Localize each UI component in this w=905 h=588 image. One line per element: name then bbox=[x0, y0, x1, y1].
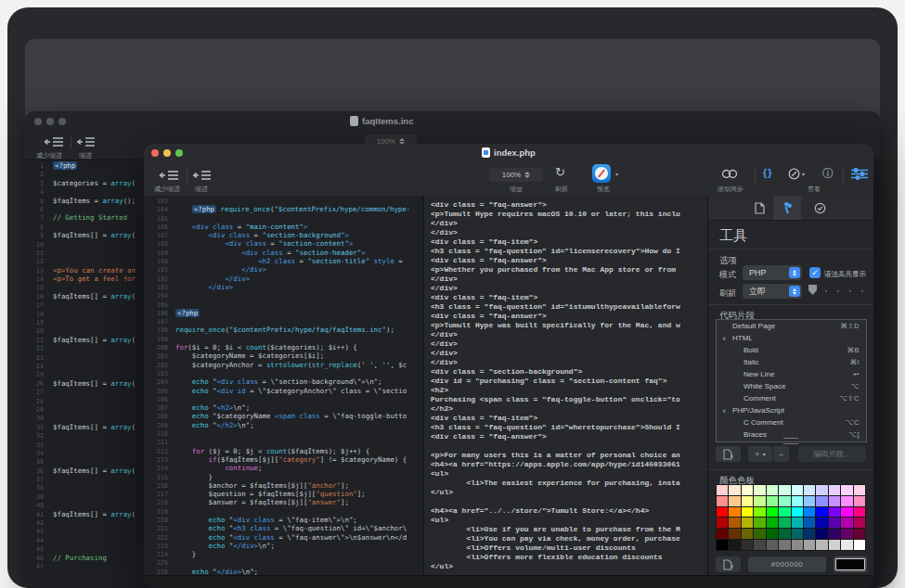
snippet-row[interactable]: Bold⌘B bbox=[717, 344, 866, 356]
palette-swatch[interactable] bbox=[816, 485, 827, 495]
palette-swatch[interactable] bbox=[767, 518, 778, 528]
compass-dropdown-caret[interactable]: ▾ bbox=[802, 171, 805, 177]
palette-swatch[interactable] bbox=[717, 518, 728, 528]
zoom-stepper[interactable]: 100% bbox=[489, 168, 543, 182]
zoom-button[interactable] bbox=[58, 118, 66, 125]
palette-swatch[interactable] bbox=[854, 518, 865, 528]
palette-swatch[interactable] bbox=[754, 529, 765, 539]
syntax-highlight-checkbox[interactable]: ✓ bbox=[809, 267, 821, 278]
index-window[interactable]: index.php 减少缩进 缩进 100% 缩放 ↻ 刷新 ▾ 预览 滚动同步… bbox=[144, 144, 873, 588]
code-editor-index[interactable]: 183 184 <?php require_once("$contentPref… bbox=[144, 196, 424, 577]
palette-swatch[interactable] bbox=[754, 496, 765, 506]
palette-swatch[interactable] bbox=[754, 540, 765, 550]
palette-swatch[interactable] bbox=[816, 507, 827, 518]
tab-tools[interactable] bbox=[773, 196, 801, 220]
snippet-row[interactable]: New Line↩ bbox=[717, 368, 866, 380]
palette-swatch[interactable] bbox=[767, 529, 778, 539]
palette-swatch[interactable] bbox=[792, 518, 803, 528]
palette-swatch[interactable] bbox=[729, 518, 740, 528]
preview-dropdown-caret[interactable]: ▾ bbox=[615, 171, 618, 177]
inspector-toggle-icon[interactable] bbox=[851, 168, 868, 180]
window-controls[interactable] bbox=[34, 118, 66, 125]
palette-swatch[interactable] bbox=[792, 529, 803, 539]
info-icon[interactable]: ⓘ bbox=[822, 166, 834, 182]
palette-swatch[interactable] bbox=[829, 518, 840, 528]
palette-swatch[interactable] bbox=[792, 507, 803, 518]
snippet-row[interactable]: White Space⌥ bbox=[717, 380, 866, 392]
palette-swatch[interactable] bbox=[816, 518, 827, 528]
palette-swatch[interactable] bbox=[779, 496, 790, 506]
color-palette-grid[interactable] bbox=[716, 484, 866, 551]
palette-swatch[interactable] bbox=[742, 507, 753, 518]
palette-swatch[interactable] bbox=[767, 485, 778, 495]
palette-swatch[interactable] bbox=[767, 496, 778, 506]
palette-swatch[interactable] bbox=[804, 507, 815, 518]
snippet-row[interactable]: Italic⌘I bbox=[717, 356, 866, 368]
palette-swatch[interactable] bbox=[754, 485, 765, 495]
palette-swatch[interactable] bbox=[804, 540, 815, 550]
list-resize-handle[interactable] bbox=[783, 438, 798, 444]
palette-swatch[interactable] bbox=[779, 529, 790, 539]
refresh-delay-slider[interactable] bbox=[808, 285, 817, 295]
color-well[interactable] bbox=[834, 556, 867, 572]
tab-files[interactable] bbox=[745, 196, 773, 220]
disclosure-chevron-icon[interactable]: ∨ bbox=[722, 333, 726, 345]
palette-swatch[interactable] bbox=[841, 496, 852, 506]
remove-snippet-button[interactable]: − bbox=[773, 446, 789, 462]
palette-swatch[interactable] bbox=[816, 496, 827, 506]
palette-swatch[interactable] bbox=[754, 518, 765, 528]
palette-swatch[interactable] bbox=[792, 540, 803, 550]
palette-swatch[interactable] bbox=[804, 518, 815, 528]
palette-swatch[interactable] bbox=[841, 518, 852, 528]
palette-swatch[interactable] bbox=[717, 540, 728, 550]
palette-swatch[interactable] bbox=[841, 540, 852, 550]
preview-browser-icon[interactable] bbox=[592, 164, 611, 183]
palette-swatch[interactable] bbox=[717, 485, 728, 495]
snippet-group-row[interactable]: ∨HTML bbox=[717, 332, 866, 344]
edit-snippet-button[interactable]: 编辑片段… bbox=[798, 446, 866, 462]
add-snippet-button[interactable]: + ▾ bbox=[748, 446, 772, 462]
palette-swatch[interactable] bbox=[729, 485, 740, 495]
disclosure-chevron-icon[interactable]: ∨ bbox=[722, 405, 726, 417]
palette-swatch[interactable] bbox=[854, 507, 865, 518]
snippet-row[interactable]: Comment⌥⇧C bbox=[717, 392, 866, 404]
palette-swatch[interactable] bbox=[742, 496, 753, 506]
hex-color-field[interactable]: #000000 bbox=[748, 556, 826, 572]
palette-swatch[interactable] bbox=[854, 529, 865, 539]
palette-swatch[interactable] bbox=[717, 507, 728, 518]
braces-icon[interactable]: { } bbox=[763, 167, 771, 178]
palette-swatch[interactable] bbox=[792, 485, 803, 495]
palette-swatch[interactable] bbox=[804, 529, 815, 539]
palette-swatch[interactable] bbox=[767, 540, 778, 550]
palette-swatch[interactable] bbox=[841, 529, 852, 539]
compass-nav-icon[interactable] bbox=[788, 168, 800, 180]
indent-icon[interactable] bbox=[77, 136, 96, 147]
palette-swatch[interactable] bbox=[742, 485, 753, 495]
palette-swatch[interactable] bbox=[792, 496, 803, 506]
palette-swatch[interactable] bbox=[729, 496, 740, 506]
indent-icon[interactable] bbox=[193, 170, 212, 181]
palette-swatch[interactable] bbox=[804, 485, 815, 495]
palette-swatch[interactable] bbox=[804, 496, 815, 506]
palette-swatch[interactable] bbox=[742, 540, 753, 550]
snippets-list[interactable]: Default Page⌘⇧D∨HTMLBold⌘BItalic⌘INew Li… bbox=[716, 319, 867, 442]
new-snippet-file-button[interactable] bbox=[716, 446, 741, 462]
palette-swatch[interactable] bbox=[841, 507, 852, 518]
source-preview-pane[interactable]: <div class = "faq-answer"><p>Tumult Hype… bbox=[424, 196, 715, 581]
mode-select[interactable]: PHP bbox=[743, 265, 802, 280]
palette-swatch[interactable] bbox=[729, 507, 740, 518]
palette-swatch[interactable] bbox=[742, 518, 753, 528]
palette-swatch[interactable] bbox=[829, 507, 840, 518]
palette-swatch[interactable] bbox=[829, 496, 840, 506]
palette-swatch[interactable] bbox=[754, 507, 765, 518]
new-swatch-file-button[interactable] bbox=[716, 556, 741, 572]
palette-swatch[interactable] bbox=[854, 540, 865, 550]
palette-swatch[interactable] bbox=[729, 529, 740, 539]
palette-swatch[interactable] bbox=[729, 540, 740, 550]
refresh-icon[interactable]: ↻ bbox=[555, 165, 565, 179]
snippet-group-row[interactable]: ∨PHP/JavaScript bbox=[717, 404, 866, 416]
palette-swatch[interactable] bbox=[854, 485, 865, 495]
palette-swatch[interactable] bbox=[829, 540, 840, 550]
palette-swatch[interactable] bbox=[779, 518, 790, 528]
decrease-indent-icon[interactable] bbox=[44, 136, 64, 147]
